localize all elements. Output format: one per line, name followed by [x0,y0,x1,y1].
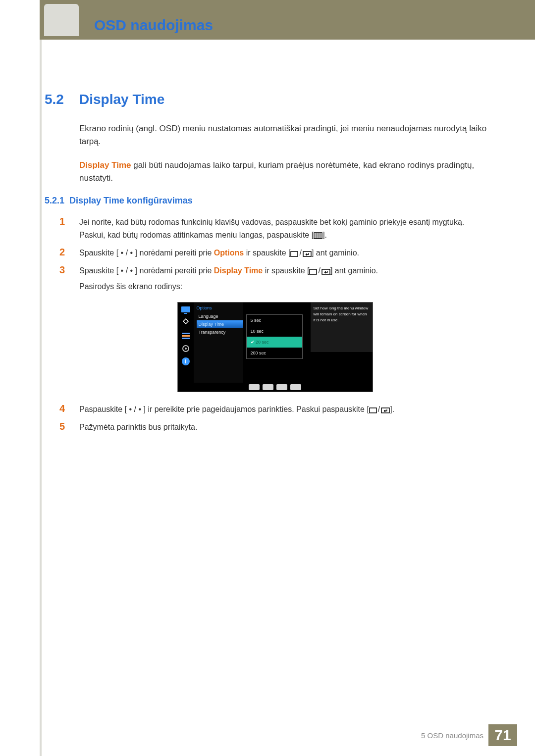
intro-paragraph-1: Ekrano rodinių (angl. OSD) meniu nustato… [79,122,490,148]
source-icon [309,269,317,275]
page-footer: 5 OSD naudojimas 71 [421,724,517,746]
svg-rect-9 [184,313,187,314]
step-item: 1Jei norite, kad būtų rodomas funkcinių … [59,216,490,242]
svg-rect-4 [291,252,298,256]
enter-icon [303,251,312,257]
left-rail [40,40,42,756]
section-title: Display Time [79,92,164,107]
nav-up-icon [276,384,287,390]
svg-rect-5 [303,252,311,256]
osd-submenu-item: 20 sec [247,337,302,348]
footer-chapter: 5 OSD naudojimas [421,731,483,740]
gear-icon [179,343,192,354]
nav-down-icon [263,384,273,390]
svg-rect-10 [182,333,190,334]
svg-rect-11 [182,335,190,337]
step-number: 2 [59,247,79,259]
osd-menu-item: Display Time [197,320,243,328]
info-icon: i [179,356,192,367]
osd-nav-bar [178,383,373,392]
arrows-icon [179,317,192,328]
svg-rect-17 [370,408,376,413]
highlight-term: Display Time [79,160,131,170]
step-item: 2Spauskite [ • / • ] norėdami pereiti pr… [59,247,490,259]
chapter-title: OSD naudojimas [94,17,213,34]
step-text: Paspauskite [ • / • ] ir pereikite prie … [79,403,490,416]
enter-icon [321,269,330,275]
osd-submenu-item: 10 sec [247,326,302,337]
osd-menu-item: Transparency [197,328,243,336]
step-item: 4Paspauskite [ • / • ] ir pereikite prie… [59,403,490,416]
osd-sidebar-icons: i [178,302,194,392]
monitor-icon [179,304,192,315]
step-text: Spauskite [ • / • ] norėdami pereiti pri… [79,264,490,293]
step-text: Pažymėta parinktis bus pritaikyta. [79,421,490,434]
osd-menu-header: Options [197,305,243,310]
nav-enter-icon [290,384,301,390]
list-icon [179,330,192,341]
source-icon [290,251,298,257]
page-number: 71 [488,724,517,746]
osd-submenu-item: 5 sec [247,315,302,326]
svg-rect-12 [182,338,190,339]
svg-rect-8 [181,306,190,312]
osd-help-text: Set how long the menu window will remain… [311,302,373,352]
osd-menu-item: Language [197,312,243,320]
step-number: 1 [59,216,79,242]
osd-screenshot: iOptionsLanguageDisplay TimeTransparency… [177,302,373,392]
section-number: 5.2 [45,92,79,107]
osd-submenu: 5 sec10 sec20 sec200 sec [246,314,303,359]
subsection-heading: 5.2.1 Display Time konfigūravimas [45,196,490,206]
step-text: Spauskite [ • / • ] norėdami pereiti pri… [79,247,490,259]
svg-text:i: i [185,358,186,365]
osd-menu-list: OptionsLanguageDisplay TimeTransparency [194,302,243,392]
nav-left-icon [249,384,260,390]
svg-rect-7 [322,269,330,274]
menu-icon [314,232,322,239]
svg-rect-6 [310,269,317,274]
svg-rect-18 [381,408,389,413]
step-number: 4 [59,403,79,416]
chapter-tab [44,4,79,36]
step-text: Jei norite, kad būtų rodomas funkcinių k… [79,216,490,242]
svg-point-14 [185,348,187,350]
step-number: 5 [59,421,79,434]
steps-list: 1Jei norite, kad būtų rodomas funkcinių … [59,216,490,434]
step-item: 3Spauskite [ • / • ] norėdami pereiti pr… [59,264,490,293]
step-item: 5Pažymėta parinktis bus pritaikyta. [59,421,490,434]
intro-paragraph-2: Display Time gali būti naudojamas laiko … [79,159,490,185]
enter-icon [381,407,390,413]
osd-submenu-item: 200 sec [247,348,302,358]
source-icon [369,407,377,413]
step-number: 3 [59,264,79,293]
